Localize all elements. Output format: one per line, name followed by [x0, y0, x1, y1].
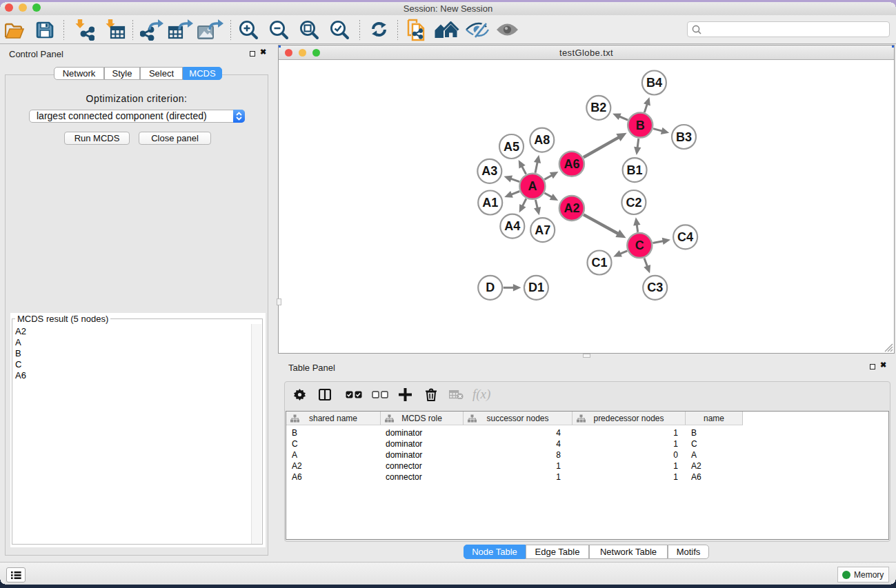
svg-text:C4: C4: [677, 230, 693, 244]
svg-text:B1: B1: [627, 163, 643, 177]
svg-text:B2: B2: [590, 101, 606, 114]
svg-text:A3: A3: [481, 164, 497, 178]
svg-text:C3: C3: [647, 281, 663, 294]
svg-text:B: B: [636, 119, 645, 132]
svg-text:C: C: [635, 239, 644, 252]
svg-text:A6: A6: [564, 157, 579, 171]
svg-text:A2: A2: [564, 201, 579, 215]
svg-text:C1: C1: [591, 256, 607, 270]
svg-text:A: A: [528, 179, 537, 193]
svg-text:A1: A1: [482, 196, 498, 210]
svg-text:A7: A7: [535, 223, 550, 237]
svg-text:A5: A5: [504, 140, 519, 154]
svg-text:D1: D1: [528, 281, 544, 294]
svg-text:C2: C2: [626, 196, 641, 210]
svg-text:B3: B3: [676, 130, 692, 144]
svg-text:A4: A4: [504, 219, 520, 233]
svg-text:A8: A8: [534, 133, 550, 147]
svg-text:D: D: [486, 281, 495, 294]
svg-text:B4: B4: [646, 76, 662, 90]
